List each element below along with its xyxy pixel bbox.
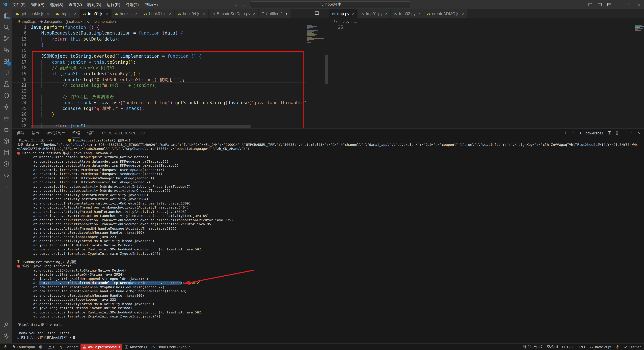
scrollbar-thumb[interactable] (325, 55, 328, 84)
container-extension-icon[interactable] (0, 135, 12, 147)
close-icon[interactable]: × (203, 11, 205, 16)
close-icon[interactable]: × (106, 11, 108, 16)
maximize-panel-button[interactable] (630, 131, 634, 135)
code-extension-icon[interactable] (0, 170, 12, 181)
customize-layout-icon[interactable] (604, 0, 614, 9)
back-button[interactable]: ← (233, 2, 239, 7)
panel-tab-输出[interactable]: 输出 (32, 129, 39, 137)
forward-button[interactable]: → (242, 2, 247, 7)
editor-more-actions-button[interactable] (636, 11, 641, 17)
close-icon[interactable]: × (47, 11, 49, 16)
status-amazon-q[interactable]: QAmazon Q (122, 344, 149, 350)
close-icon[interactable]: × (169, 11, 172, 16)
layout-sidebar-icon[interactable] (586, 0, 595, 9)
close-icon[interactable]: × (385, 11, 388, 16)
extensions-icon[interactable]: 7 (0, 56, 12, 67)
search-icon[interactable] (0, 21, 12, 33)
menu-item[interactable]: 文件(F) (10, 2, 28, 7)
status-cloud-code[interactable]: Cloud Code - Sign in (149, 344, 192, 350)
close-panel-button[interactable] (636, 131, 641, 135)
status-eol[interactable]: CRLF (574, 344, 588, 350)
split-editor-button[interactable] (314, 11, 319, 17)
minimize-button[interactable]: ─ (614, 0, 624, 9)
maximize-button[interactable]: □ (624, 0, 634, 9)
panel-tab-端口[interactable]: 端口 (87, 129, 94, 137)
code-line-13[interactable]: 13 return this.setData(data); (12, 36, 306, 42)
circle-extension-icon[interactable] (0, 158, 12, 170)
code-line-1[interactable]: 1Java.perform(function () { (12, 24, 306, 30)
terminal-profile-dropdown[interactable] (571, 131, 575, 135)
tab-hook.js[interactable]: JShook.js× (112, 9, 141, 18)
menu-item[interactable]: 运行(R) (104, 2, 123, 7)
breadcrumb-item[interactable]: Pytmp.py (334, 19, 350, 23)
yar-extension-icon[interactable]: ЯR (0, 181, 12, 192)
status-aws-profile[interactable]: AWS: profile:default (80, 344, 122, 350)
source-control-icon[interactable] (0, 33, 12, 44)
menu-item[interactable]: 帮助(H) (142, 2, 160, 7)
status-launchpad[interactable]: Launchpad (10, 344, 37, 350)
minimap[interactable] (306, 24, 325, 128)
breadcrumb-item[interactable]: JStmp01.js (17, 19, 36, 23)
breadcrumb-item[interactable]: ◆Java.perform() callback (40, 19, 82, 23)
tab-tmp.py[interactable]: Pytmp.py× (329, 9, 358, 18)
tab-Untitled-1[interactable]: Untitled-1● (258, 9, 291, 18)
panel-more-actions-button[interactable] (622, 131, 626, 136)
status-extension-status[interactable] (613, 344, 621, 350)
star-extension-icon[interactable] (0, 101, 12, 113)
status-connect[interactable]: Connect (57, 344, 80, 350)
close-button[interactable]: × (634, 0, 644, 9)
close-icon[interactable]: × (253, 11, 255, 16)
account-icon[interactable] (0, 319, 12, 331)
status-indentation[interactable]: 空格: 4 (544, 344, 560, 350)
status-encoding[interactable]: UTF-8 (560, 344, 574, 350)
tab-hook04.js[interactable]: JShook04.js× (175, 9, 209, 18)
status-prettier[interactable]: Prettier (621, 344, 643, 350)
tab-tmp01.js[interactable]: JStmp01.js× (80, 9, 112, 18)
close-icon[interactable]: × (352, 11, 354, 16)
tab-hook01.js[interactable]: JShook01.js× (141, 9, 175, 18)
vertical-scrollbar[interactable] (325, 24, 329, 128)
status-language-mode[interactable]: {}JavaScript (588, 344, 613, 350)
code-line[interactable]: 25 (329, 24, 634, 30)
explorer-icon[interactable] (0, 10, 12, 21)
close-icon[interactable]: × (135, 11, 138, 16)
remote-explorer-icon[interactable] (0, 67, 12, 78)
cup-extension-icon[interactable] (0, 124, 12, 135)
tab-EncodeSetData.py[interactable]: PyEncodeSetData.py× (208, 9, 258, 18)
new-terminal-button[interactable] (564, 131, 568, 136)
code-line-14[interactable]: 14 } (12, 42, 306, 48)
hexagon-extension-icon[interactable] (0, 90, 12, 101)
panel-tab-终端[interactable]: 终端 (72, 129, 80, 137)
close-icon[interactable]: × (74, 11, 76, 16)
editor-content-right[interactable]: 25 (329, 24, 644, 128)
tab-tmp01.py[interactable]: Pytmp01.py× (358, 9, 391, 18)
code-line-6[interactable]: 6 MtopRequest.setData.implementation = f… (12, 30, 306, 36)
terminal-instance-powershell[interactable]: powershell (578, 131, 604, 136)
testing-icon[interactable] (0, 78, 12, 90)
run-debug-icon[interactable] (0, 44, 12, 56)
breadcrumb-item[interactable]: ... (354, 19, 357, 23)
menu-item[interactable]: 编辑(E) (28, 2, 47, 7)
panel-tab-调试控制台[interactable]: 调试控制台 (46, 129, 65, 137)
tab-get_cookie.js[interactable]: JSget_cookie.js× (12, 9, 52, 18)
breadcrumb-item[interactable]: ◇implementation (87, 19, 116, 23)
command-center-search[interactable]: hook脚本 (250, 1, 411, 8)
settings-icon[interactable] (0, 331, 12, 342)
status-problems[interactable]: 00 (37, 344, 57, 350)
panel-tab-CODE REFERENCE LOG[interactable]: CODE REFERENCE LOG (102, 129, 145, 137)
layout-panel-icon[interactable] (595, 0, 604, 9)
tab-createADMC.js[interactable]: JScreateADMC.js× (424, 9, 468, 18)
status-remote-indicator[interactable] (1, 344, 10, 350)
aws-toolkit-icon[interactable]: aws (0, 113, 12, 124)
editor-content-left[interactable]: 1Java.perform(function () {6 MtopRequest… (12, 24, 329, 128)
close-icon[interactable]: × (462, 11, 464, 16)
close-icon[interactable]: × (418, 11, 420, 16)
tab-tmp02.py[interactable]: Pytmp02.py× (391, 9, 424, 18)
menu-item[interactable]: 查看(V) (66, 2, 85, 7)
editor-more-actions-button[interactable] (321, 11, 326, 17)
database-extension-icon[interactable] (0, 147, 12, 158)
tab-tmp.js[interactable]: JStmp.js× (52, 9, 80, 18)
panel-tab-问题[interactable]: 问题 (17, 129, 24, 137)
menu-item[interactable]: 转到(G) (85, 2, 104, 7)
kill-terminal-button[interactable] (615, 131, 619, 136)
